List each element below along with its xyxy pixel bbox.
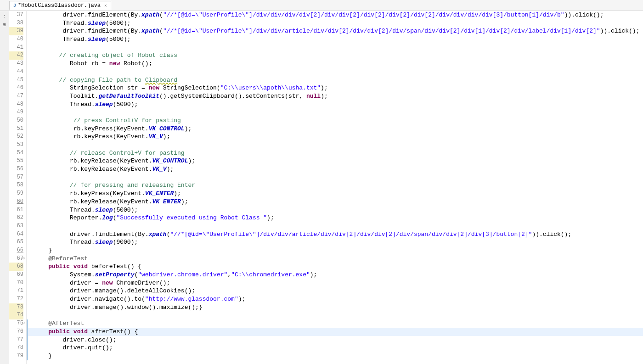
line-number: 58	[9, 181, 23, 190]
code-line[interactable]	[34, 68, 643, 76]
line-number: 41	[9, 44, 23, 52]
line-number: 73	[9, 303, 23, 312]
code-line[interactable]: driver.quit();	[27, 344, 643, 352]
code-line[interactable]: rb.keyPress(KeyEvent.VK_V);	[34, 133, 643, 141]
code-line[interactable]: }	[34, 246, 643, 255]
line-number: 47	[9, 92, 23, 101]
fold-icon[interactable]: ⊖	[23, 319, 25, 328]
line-number: 44	[9, 68, 23, 76]
line-number: 39	[9, 27, 23, 35]
code-line[interactable]: // copying File path to Clipboard	[34, 76, 643, 84]
code-line[interactable]: System.setProperty("webdriver.chrome.dri…	[34, 271, 643, 279]
code-line[interactable]: Thread.sleep(9000);	[34, 238, 643, 246]
line-number: 69	[9, 271, 23, 279]
code-line[interactable]: public void afterTest() {	[27, 328, 643, 336]
editor-main-row: ⋮ ⊞ 373839404142434445464748495051525354…	[0, 11, 643, 364]
line-number: 43	[9, 60, 23, 68]
code-line[interactable]: rb.keyRelease(KeyEvent.VK_V);	[34, 165, 643, 174]
line-number: 38	[9, 19, 23, 28]
code-line[interactable]: Toolkit.getDefaultToolkit().getSystemCli…	[34, 92, 643, 101]
line-number: 78	[9, 344, 23, 352]
code-line[interactable]: driver.navigate().to("http://www.glassdo…	[34, 295, 643, 303]
code-line[interactable]: driver.findElement(By.xpath("//*[@id=\"U…	[34, 27, 643, 35]
code-line[interactable]: // press Control+V for pasting	[34, 117, 643, 125]
line-number: 55	[9, 157, 23, 165]
code-line[interactable]: rb.keyPress(KeyEvent.VK_ENTER);	[34, 190, 643, 198]
line-number: 50	[9, 117, 23, 125]
tab-bar: J *RobotClassGlassdoor.java ✕	[0, 0, 643, 11]
line-number: 66	[9, 246, 23, 255]
tab-title: *RobotClassGlassdoor.java	[18, 2, 101, 9]
line-number: 56	[9, 165, 23, 174]
line-number: 40	[9, 35, 23, 44]
code-line[interactable]	[34, 44, 643, 52]
close-tab-icon[interactable]: ✕	[104, 3, 107, 8]
line-number: 42	[9, 51, 23, 60]
line-number: 59	[9, 190, 23, 198]
code-line[interactable]: }	[27, 352, 643, 360]
line-number: 52	[9, 133, 23, 141]
code-line[interactable]: Reporter.log("Successfully executed usin…	[34, 214, 643, 222]
toolbar-icon-1[interactable]: ⋮	[2, 13, 7, 19]
code-line[interactable]: Thread.sleep(5000);	[34, 35, 643, 44]
code-line[interactable]	[34, 222, 643, 230]
line-number: 74	[9, 311, 23, 319]
code-line[interactable]: rb.keyRelease(KeyEvent.VK_ENTER);	[34, 198, 643, 206]
code-line[interactable]: driver.findElement(By.xpath("//*[@id=\"U…	[34, 230, 643, 239]
code-content[interactable]: driver.findElement(By.xpath("//*[@id=\"U…	[27, 11, 643, 364]
code-line[interactable]	[34, 311, 643, 319]
line-number: 71	[9, 287, 23, 295]
left-toolbar: ⋮ ⊞	[0, 11, 9, 364]
line-number: 64	[9, 230, 23, 239]
code-line[interactable]: @BeforeTest	[34, 255, 643, 263]
code-line[interactable]: Robot rb = new Robot();	[34, 60, 643, 68]
line-number: 37	[9, 11, 23, 19]
line-number: 63	[9, 222, 23, 230]
code-line[interactable]: driver.manage().window().maximize();}	[34, 303, 643, 312]
line-number: 72	[9, 295, 23, 303]
fold-icon[interactable]: ⊖	[23, 255, 25, 263]
editor-tab[interactable]: J *RobotClassGlassdoor.java ✕	[9, 1, 111, 10]
toolbar-icon-2[interactable]: ⊞	[3, 22, 6, 28]
ide-window: J *RobotClassGlassdoor.java ✕ ⋮ ⊞ 373839…	[0, 0, 643, 364]
line-number: 49	[9, 108, 23, 117]
line-number: 57	[9, 174, 23, 182]
line-number: 48	[9, 101, 23, 109]
line-number: 51	[9, 125, 23, 133]
code-line[interactable]: rb.keyPress(KeyEvent.VK_CONTROL);	[34, 125, 643, 133]
line-number: 65	[9, 238, 23, 246]
line-number: 79	[9, 352, 23, 360]
code-line[interactable]: StringSelection str = new StringSelectio…	[34, 84, 643, 92]
code-line[interactable]: rb.keyRelease(KeyEvent.VK_CONTROL);	[34, 157, 643, 165]
line-number-gutter: 3738394041424344454647484950515253545556…	[9, 11, 27, 364]
line-number: 62	[9, 214, 23, 222]
code-line[interactable]: driver.manage().deleteAllCookies();	[34, 287, 643, 295]
code-line[interactable]: driver.findElement(By.xpath("//*[@id=\"U…	[34, 11, 643, 19]
code-line[interactable]	[34, 108, 643, 117]
code-line[interactable]	[34, 141, 643, 149]
line-number: 53	[9, 141, 23, 149]
code-line[interactable]: Thread.sleep(5000);	[34, 206, 643, 214]
code-line[interactable]	[34, 174, 643, 182]
code-line[interactable]: Thread.sleep(5000);	[34, 19, 643, 28]
line-number: 77	[9, 336, 23, 344]
line-number: 61	[9, 206, 23, 214]
code-line[interactable]: driver = new ChromeDriver();	[34, 279, 643, 287]
line-number: 75⊖	[9, 319, 23, 328]
line-number: 76	[9, 328, 23, 336]
line-number: 45	[9, 76, 23, 84]
line-number: 60	[9, 198, 23, 206]
line-number: 54	[9, 149, 23, 157]
code-line[interactable]: // release Control+V for pasting	[34, 149, 643, 157]
code-line[interactable]: Thread.sleep(5000);	[34, 101, 643, 109]
code-line[interactable]: // for pressing and releasing Enter	[34, 181, 643, 190]
code-line[interactable]: public void beforeTest() {	[34, 263, 643, 271]
code-line[interactable]: // creating object of Robot class	[34, 51, 643, 60]
code-line[interactable]: @AfterTest	[27, 319, 643, 328]
line-number: 46	[9, 84, 23, 92]
code-line[interactable]: driver.close();	[27, 336, 643, 344]
java-file-icon: J	[13, 3, 16, 8]
line-number: 67⊖	[9, 255, 23, 263]
line-number: 70	[9, 279, 23, 287]
editor-area[interactable]: 3738394041424344454647484950515253545556…	[9, 11, 643, 364]
